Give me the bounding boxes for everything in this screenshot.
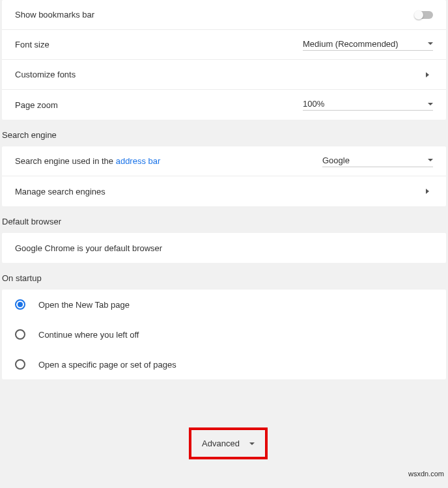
on-startup-title: On startup bbox=[0, 263, 448, 290]
search-engine-section: Search engine used in the address bar Go… bbox=[2, 146, 446, 206]
dropdown-icon bbox=[428, 103, 433, 105]
page-zoom-label: Page zoom bbox=[15, 100, 303, 110]
default-browser-title: Default browser bbox=[0, 206, 448, 233]
advanced-label: Advanced bbox=[202, 439, 240, 448]
search-engine-value: Google bbox=[322, 156, 350, 165]
startup-option-label: Open the New Tab page bbox=[38, 300, 130, 310]
radio-icon bbox=[15, 359, 25, 370]
bookmarks-bar-row: Show bookmarks bar bbox=[2, 0, 446, 30]
dropdown-icon bbox=[428, 159, 433, 161]
font-size-label: Font size bbox=[15, 40, 303, 49]
page-zoom-row: Page zoom 100% bbox=[2, 90, 446, 120]
watermark: wsxdn.com bbox=[408, 470, 444, 478]
search-engine-row: Search engine used in the address bar Go… bbox=[2, 146, 446, 176]
radio-icon bbox=[15, 329, 25, 340]
search-engine-label-pre: Search engine used in the bbox=[15, 156, 116, 166]
manage-search-engines-row[interactable]: Manage search engines bbox=[2, 176, 446, 206]
advanced-button[interactable]: Advanced bbox=[189, 427, 268, 459]
font-size-value: Medium (Recommended) bbox=[303, 39, 399, 49]
startup-option-new-tab[interactable]: Open the New Tab page bbox=[2, 290, 446, 319]
search-engine-select[interactable]: Google bbox=[322, 156, 433, 167]
default-browser-text: Google Chrome is your default browser bbox=[15, 243, 433, 253]
startup-option-label: Open a specific page or set of pages bbox=[38, 360, 176, 370]
dropdown-icon bbox=[249, 442, 255, 445]
appearance-section: Show bookmarks bar Font size Medium (Rec… bbox=[2, 0, 446, 120]
startup-option-continue[interactable]: Continue where you left off bbox=[2, 319, 446, 349]
page-zoom-value: 100% bbox=[303, 99, 324, 109]
toggle-knob bbox=[414, 10, 423, 20]
startup-option-label: Continue where you left off bbox=[38, 330, 139, 340]
startup-option-specific[interactable]: Open a specific page or set of pages bbox=[2, 349, 446, 379]
dropdown-icon bbox=[428, 42, 433, 45]
default-browser-row: Google Chrome is your default browser bbox=[2, 233, 446, 263]
customize-fonts-label: Customize fonts bbox=[15, 70, 426, 79]
radio-icon bbox=[15, 299, 25, 310]
font-size-row: Font size Medium (Recommended) bbox=[2, 30, 446, 60]
chevron-right-icon bbox=[426, 72, 429, 77]
search-engine-label: Search engine used in the address bar bbox=[15, 156, 322, 166]
chevron-right-icon bbox=[426, 189, 429, 194]
font-size-select[interactable]: Medium (Recommended) bbox=[303, 39, 433, 51]
default-browser-section: Google Chrome is your default browser bbox=[2, 233, 446, 263]
bookmarks-bar-toggle[interactable] bbox=[415, 11, 433, 19]
address-bar-link[interactable]: address bar bbox=[116, 156, 161, 166]
manage-search-engines-label: Manage search engines bbox=[15, 187, 426, 197]
on-startup-section: Open the New Tab page Continue where you… bbox=[2, 290, 446, 379]
bookmarks-bar-label: Show bookmarks bar bbox=[15, 10, 415, 20]
customize-fonts-row[interactable]: Customize fonts bbox=[2, 60, 446, 90]
page-zoom-select[interactable]: 100% bbox=[303, 99, 433, 111]
search-engine-title: Search engine bbox=[0, 120, 448, 146]
